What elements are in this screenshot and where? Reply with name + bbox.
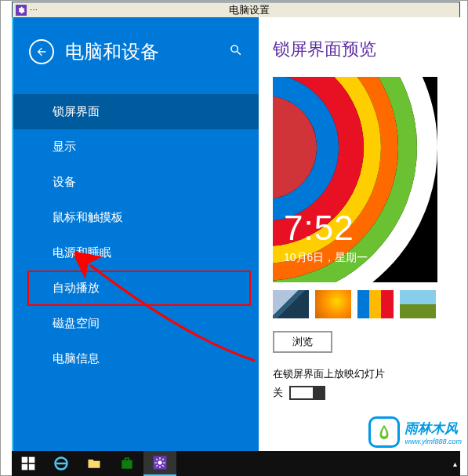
sidebar-item-display[interactable]: 显示	[13, 129, 259, 165]
sidebar-header: 电脑和设备	[13, 17, 259, 80]
taskbar-settings-icon[interactable]	[143, 451, 176, 476]
taskbar-store-icon[interactable]	[111, 451, 143, 476]
svg-rect-6	[125, 458, 129, 460]
thumbnail-4[interactable]	[400, 290, 436, 318]
thumbnail-1[interactable]	[273, 290, 309, 318]
sidebar-item-autoplay[interactable]: 自动播放	[27, 271, 251, 306]
sidebar-item-mouse[interactable]: 鼠标和触摸板	[13, 200, 259, 235]
sidebar-item-power[interactable]: 电源和睡眠	[13, 235, 259, 271]
watermark-name: 雨林木风	[405, 420, 462, 438]
lockscreen-preview: 7:52 10月6日，星期一	[273, 77, 437, 282]
quick-access-icon[interactable]: ⋯	[30, 5, 38, 14]
svg-point-8	[158, 461, 162, 465]
sidebar: 电脑和设备 锁屏界面 显示 设备 鼠标和触摸板 电源和睡眠 自动播放 磁盘空间 …	[13, 17, 259, 451]
thumbnail-2[interactable]	[315, 290, 351, 318]
search-icon[interactable]	[229, 43, 243, 60]
content-title: 锁屏界面预览	[273, 38, 446, 61]
taskbar-ie-icon[interactable]	[45, 451, 78, 476]
watermark: 雨林木风 www.ylmf888.com	[368, 416, 462, 448]
watermark-logo-icon	[368, 416, 400, 448]
preview-date: 10月6日，星期一	[284, 251, 368, 265]
sidebar-item-lockscreen[interactable]: 锁屏界面	[13, 94, 259, 129]
titlebar: ⋯ 电脑设置	[12, 2, 460, 17]
taskbar: ▴	[12, 451, 460, 476]
window-title: 电脑设置	[39, 3, 459, 17]
sidebar-item-pcinfo[interactable]: 电脑信息	[13, 341, 259, 376]
slideshow-label: 在锁屏界面上放映幻灯片	[273, 367, 446, 381]
sidebar-title: 电脑和设备	[65, 39, 229, 64]
background-thumbnails	[273, 290, 446, 318]
content-pane: 锁屏界面预览 7:52 10月6日，星期一 浏览 在锁屏界面上放映幻灯片 关	[259, 17, 460, 451]
browse-button[interactable]: 浏览	[273, 331, 332, 353]
svg-rect-0	[22, 457, 28, 463]
toggle-state-label: 关	[273, 386, 283, 400]
thumbnail-3[interactable]	[357, 290, 394, 318]
sidebar-item-diskspace[interactable]: 磁盘空间	[13, 306, 259, 341]
svg-rect-3	[29, 464, 35, 471]
svg-rect-1	[29, 457, 35, 463]
settings-app-icon	[16, 5, 27, 16]
slideshow-section: 在锁屏界面上放映幻灯片 关	[273, 367, 446, 400]
back-button[interactable]	[29, 39, 54, 64]
start-button[interactable]	[12, 451, 45, 476]
sidebar-menu: 锁屏界面 显示 设备 鼠标和触摸板 电源和睡眠 自动播放 磁盘空间 电脑信息	[13, 94, 259, 376]
slideshow-toggle[interactable]	[289, 386, 325, 400]
preview-time: 7:52	[284, 209, 354, 248]
taskbar-explorer-icon[interactable]	[78, 451, 111, 476]
sidebar-item-devices[interactable]: 设备	[13, 165, 259, 200]
taskbar-chevron-icon[interactable]: ▴	[453, 460, 457, 468]
svg-rect-2	[22, 464, 28, 471]
watermark-url: www.ylmf888.com	[405, 438, 462, 445]
